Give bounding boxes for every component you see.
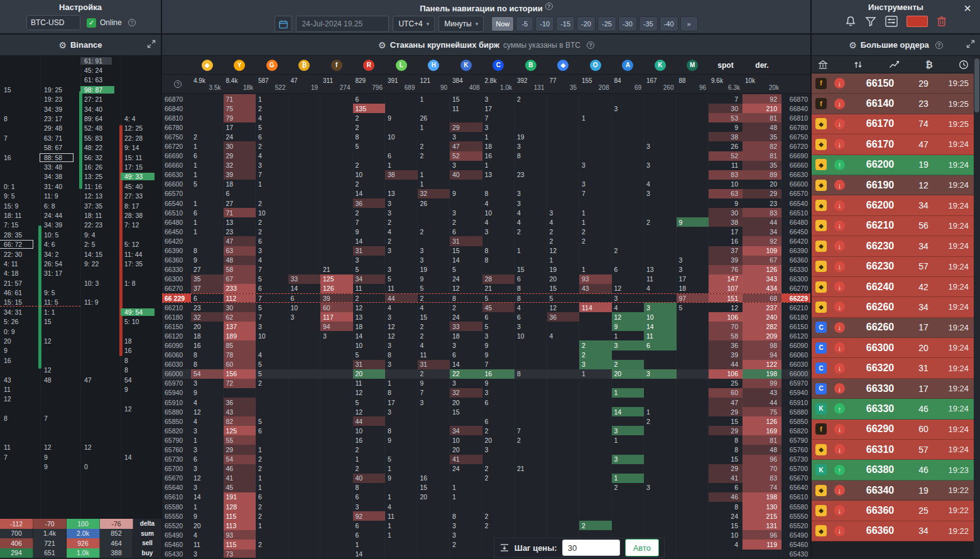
order-row[interactable]: ◆↓663602519:22 (812, 501, 974, 521)
filter-button[interactable] (865, 16, 876, 27)
order-row[interactable]: f↓661402319:25 (812, 94, 974, 114)
exchange-16-icon[interactable]: M (687, 60, 698, 71)
pair-input[interactable] (26, 15, 80, 30)
book-row[interactable]: 6630035675331253459242862093111714734366… (162, 274, 810, 284)
book-row[interactable]: 6546011115212411965460 (162, 540, 810, 549)
order-row[interactable]: ◆↑662001919:24 (812, 155, 974, 175)
exchange-6-icon[interactable]: R (363, 60, 374, 71)
book-row[interactable]: 65880124312315141297565880 (162, 407, 810, 416)
book-row[interactable]: 655801128234813065580 (162, 502, 810, 511)
book-row[interactable]: 657603291220384865760 (162, 445, 810, 454)
book-row[interactable]: 65670124114091621418365670 (162, 474, 810, 483)
delete-button[interactable] (937, 16, 947, 27)
book-row[interactable]: 6579015516910202188165790 (162, 435, 810, 445)
book-row[interactable]: 659104365173206474465910 (162, 398, 810, 407)
book-row[interactable]: 660901685103439236369866090 (162, 340, 810, 350)
history-step-button[interactable]: -20 (577, 16, 596, 31)
book-row[interactable]: 65550911529211822421565550 (162, 511, 810, 521)
book-row[interactable]: 65730654215413159665730 (162, 455, 810, 464)
history-step-button[interactable]: -35 (639, 16, 658, 31)
close-button[interactable]: × (960, 1, 975, 15)
book-row[interactable]: 6636094843314813396766360 (162, 256, 810, 265)
exchange-14-icon[interactable]: A (622, 60, 633, 71)
online-checkbox[interactable]: ✓ (87, 18, 96, 28)
order-row[interactable]: ◆↓662305719:24 (812, 257, 974, 277)
book-row[interactable]: 65640345181512367465640 (162, 483, 810, 492)
exchange-10-icon[interactable]: C (493, 60, 504, 71)
book-row[interactable]: 6621023305106012442454121144351223766210 (162, 303, 810, 312)
color-swatch[interactable] (906, 16, 928, 27)
book-row[interactable]: 663908633313315811223710966390 (162, 246, 810, 256)
book-row[interactable]: 664801132722444129384466480 (162, 217, 810, 227)
order-row[interactable]: C↓663301719:24 (812, 379, 974, 399)
book-row[interactable]: 66030860531331147324412266030 (162, 360, 810, 369)
book-row[interactable]: 6669062946252168528166690 (162, 151, 810, 161)
book-row[interactable]: 66810794292671538166810 (162, 113, 810, 122)
order-row[interactable]: ◆↓661901219:24 (812, 175, 974, 195)
exchange-column-icon[interactable] (818, 60, 828, 70)
online-help-icon[interactable]: ? (128, 19, 136, 26)
book-row[interactable]: 66 22961127639244285853971516866229 (162, 293, 810, 303)
order-row[interactable]: ◆↓663401919:22 (812, 480, 974, 501)
binance-settings-gear-icon[interactable]: ⚙ (58, 40, 67, 50)
history-step-button[interactable]: -15 (556, 16, 575, 31)
direction-column-icon[interactable] (854, 60, 863, 70)
exchange-3-icon[interactable]: G (266, 60, 278, 71)
book-row[interactable]: 6606087845811692399466060 (162, 350, 810, 360)
book-row[interactable]: 665401272363264392366540 (162, 198, 810, 208)
order-row[interactable]: ◆↓661704719:24 (812, 134, 974, 155)
history-step-button[interactable]: » (680, 16, 698, 31)
large-orders-gear-icon[interactable]: ⚙ (849, 40, 857, 50)
calendar-button[interactable] (275, 16, 292, 32)
timezone-select[interactable]: UTC+4▾ (393, 16, 435, 32)
columns-help-icon[interactable]: ? (174, 80, 182, 88)
order-row[interactable]: C↓663203119:24 (812, 358, 974, 378)
book-row[interactable]: 66150201373941812233539147028266150 (162, 322, 810, 331)
order-row[interactable]: ◆↓663105719:24 (812, 440, 974, 460)
exchange-15-icon[interactable]: K (655, 60, 666, 71)
book-row[interactable]: 66840752135111733021066840 (162, 104, 810, 113)
price-column-icon[interactable] (889, 60, 900, 69)
time-column-icon[interactable] (959, 60, 969, 70)
book-row[interactable]: 664204761423122169266420 (162, 236, 810, 246)
book-row[interactable]: 667801752129394866780 (162, 122, 810, 132)
order-row[interactable]: ◆↓661707419:25 (812, 114, 974, 134)
book-row[interactable]: 663302758721531951519161337612666330 (162, 265, 810, 274)
book-row[interactable]: 666601323213133113566660 (162, 161, 810, 170)
order-row[interactable]: ◆↓662404219:24 (812, 277, 974, 297)
cluster-chart[interactable]: 61: 9145: 2461: 631519: 2598: 8719: 2327… (0, 56, 161, 519)
order-row[interactable]: f↓661502919:25 (812, 73, 974, 94)
book-row[interactable]: 66570614133298373632966570 (162, 189, 810, 198)
book-row[interactable]: 659703722111939259965970 (162, 379, 810, 388)
order-row[interactable]: C↓662601719:24 (812, 318, 974, 338)
book-row[interactable]: 66630139710381401323838966630 (162, 170, 810, 180)
orderbooks-settings-gear-icon[interactable]: ⚙ (378, 40, 386, 50)
order-row[interactable]: ◆↓662003419:24 (812, 195, 974, 215)
book-row[interactable]: 6570034622124221297065700 (162, 464, 810, 474)
exchange-7-icon[interactable]: L (396, 60, 407, 71)
exchange-12-icon[interactable]: ◆ (557, 60, 569, 71)
history-step-button[interactable]: Now (491, 16, 514, 31)
exchange-5-icon[interactable]: f (331, 60, 342, 71)
settings-sliders-button[interactable] (885, 16, 898, 27)
book-row[interactable]: 65940912873231604365940 (162, 388, 810, 398)
interval-select[interactable]: Минуты▾ (438, 16, 484, 32)
book-row[interactable]: 65490493613109665490 (162, 530, 810, 540)
book-row[interactable]: 6582031256108342732916965820 (162, 426, 810, 435)
order-row[interactable]: f↓662906019:24 (812, 420, 974, 440)
history-help-icon[interactable]: ? (545, 3, 553, 10)
large-orders-help-icon[interactable]: ? (935, 41, 943, 49)
history-step-button[interactable]: -5 (516, 16, 533, 31)
orderbooks-help-icon[interactable]: ? (587, 41, 594, 49)
order-row[interactable]: ◆↓662603419:24 (812, 297, 974, 317)
amount-column-icon[interactable]: ₿ (925, 60, 932, 70)
book-row[interactable]: 6600054156520222168120310619866000 (162, 369, 810, 379)
exchange-2-icon[interactable]: Y (234, 60, 245, 71)
book-row[interactable]: 65520201131613221513165520 (162, 521, 810, 530)
exchange-9-icon[interactable]: K (460, 60, 472, 71)
order-row[interactable]: C↓663002019:24 (812, 338, 974, 358)
book-row[interactable]: 66450123294263222173466450 (162, 227, 810, 236)
book-row[interactable]: 65610141916612014619865610 (162, 492, 810, 502)
book-row[interactable]: 6627037233614126111151221815431241810743… (162, 284, 810, 293)
order-row[interactable]: ◆↓662105619:24 (812, 216, 974, 236)
